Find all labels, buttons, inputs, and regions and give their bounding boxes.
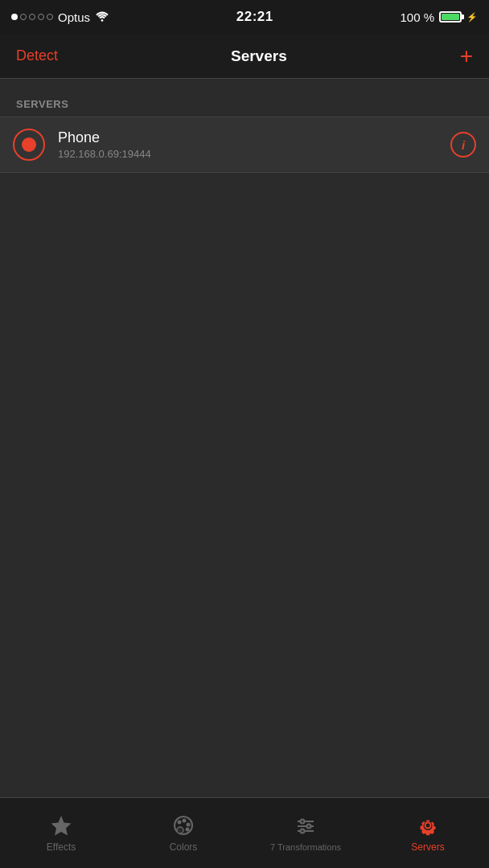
add-server-button[interactable]: +: [460, 45, 473, 68]
status-left: Optus: [11, 10, 109, 24]
detect-button[interactable]: Detect: [16, 47, 58, 64]
svg-marker-1: [51, 816, 72, 836]
tab-servers[interactable]: Servers: [367, 814, 489, 853]
status-right: 100 % ⚡: [400, 10, 478, 24]
tab-effects[interactable]: Effects: [0, 814, 122, 853]
palette-icon: [172, 814, 195, 837]
signal-dot-4: [38, 14, 44, 20]
tab-transformations[interactable]: 7 Transformations: [244, 815, 367, 852]
tab-bar: Effects Colors 7 Transformations: [0, 797, 489, 868]
gear-icon: [417, 814, 439, 837]
tab-colors[interactable]: Colors: [122, 814, 244, 853]
svg-point-7: [177, 827, 183, 833]
svg-point-5: [187, 822, 191, 826]
battery-fill: [442, 14, 459, 20]
page-title: Servers: [231, 47, 287, 65]
content-area: SERVERS Phone 192.168.0.69:19444 i: [0, 79, 489, 797]
signal-dot-1: [11, 14, 18, 20]
signal-dots: [11, 14, 53, 20]
server-row[interactable]: Phone 192.168.0.69:19444 i: [0, 117, 489, 173]
signal-dot-5: [47, 14, 53, 20]
svg-point-6: [186, 827, 190, 831]
status-bar: Optus 22:21 100 % ⚡: [0, 0, 489, 34]
server-address: 192.168.0.69:19444: [58, 148, 450, 160]
server-name: Phone: [58, 129, 450, 146]
server-info-button[interactable]: i: [450, 132, 476, 158]
server-info: Phone 192.168.0.69:19444: [58, 129, 450, 160]
server-active-icon: [13, 129, 45, 161]
tab-colors-label: Colors: [170, 841, 198, 853]
server-active-dot: [22, 137, 36, 152]
battery-percent: 100 %: [400, 10, 434, 24]
nav-bar: Detect Servers +: [0, 34, 489, 79]
status-time: 22:21: [236, 9, 273, 25]
svg-point-12: [307, 824, 311, 828]
signal-dot-3: [29, 14, 35, 20]
tab-servers-label: Servers: [411, 841, 444, 853]
charging-bolt-icon: ⚡: [466, 12, 478, 23]
tab-effects-label: Effects: [47, 841, 76, 853]
signal-dot-2: [20, 14, 27, 20]
wifi-icon: [95, 10, 109, 24]
battery-icon: [439, 11, 462, 23]
svg-point-11: [301, 819, 305, 823]
svg-point-3: [178, 820, 182, 824]
svg-point-4: [183, 818, 187, 822]
carrier-label: Optus: [58, 10, 90, 24]
tab-transformations-label: 7 Transformations: [270, 842, 341, 852]
sliders-icon: [294, 815, 317, 837]
star-icon: [50, 814, 72, 837]
svg-point-13: [301, 829, 305, 833]
servers-section-header: SERVERS: [0, 98, 489, 117]
svg-point-0: [101, 19, 104, 22]
